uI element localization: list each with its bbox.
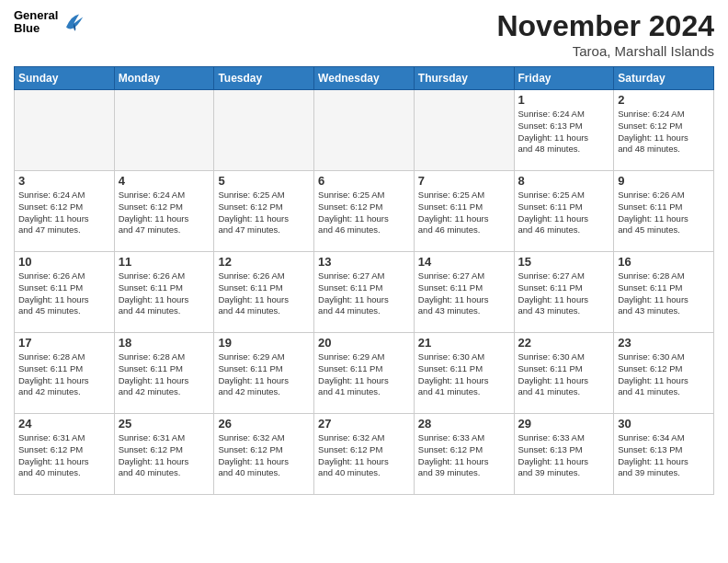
day-info: Sunrise: 6:26 AMSunset: 6:11 PMDaylight:… (218, 270, 310, 317)
header: General Blue November 2024 Taroa, Marsha… (14, 9, 714, 59)
day-number: 24 (18, 417, 110, 431)
day-number: 29 (518, 417, 610, 431)
day-number: 25 (119, 417, 210, 431)
calendar-day-cell: 25Sunrise: 6:31 AMSunset: 6:12 PMDayligh… (114, 414, 214, 495)
day-info: Sunrise: 6:31 AMSunset: 6:12 PMDaylight:… (18, 432, 110, 479)
calendar-header-row: SundayMondayTuesdayWednesdayThursdayFrid… (15, 67, 714, 90)
day-info: Sunrise: 6:26 AMSunset: 6:11 PMDaylight:… (119, 270, 210, 317)
day-info: Sunrise: 6:28 AMSunset: 6:11 PMDaylight:… (119, 351, 210, 398)
day-info: Sunrise: 6:30 AMSunset: 6:11 PMDaylight:… (518, 351, 610, 398)
day-info: Sunrise: 6:25 AMSunset: 6:12 PMDaylight:… (318, 190, 410, 236)
day-number: 26 (218, 417, 310, 431)
day-info: Sunrise: 6:28 AMSunset: 6:11 PMDaylight:… (618, 270, 710, 317)
calendar-day-cell: 13Sunrise: 6:27 AMSunset: 6:11 PMDayligh… (314, 252, 415, 333)
day-info: Sunrise: 6:33 AMSunset: 6:13 PMDaylight:… (518, 432, 610, 479)
calendar-day-cell: 12Sunrise: 6:26 AMSunset: 6:11 PMDayligh… (214, 252, 314, 333)
weekday-header: Sunday (15, 67, 115, 90)
day-number: 20 (318, 336, 410, 350)
calendar-day-cell: 19Sunrise: 6:29 AMSunset: 6:11 PMDayligh… (214, 333, 314, 414)
calendar-day-cell: 2Sunrise: 6:24 AMSunset: 6:12 PMDaylight… (614, 90, 714, 171)
calendar-day-cell: 6Sunrise: 6:25 AMSunset: 6:12 PMDaylight… (314, 171, 415, 252)
day-info: Sunrise: 6:27 AMSunset: 6:11 PMDaylight:… (418, 270, 510, 317)
day-info: Sunrise: 6:32 AMSunset: 6:12 PMDaylight:… (318, 432, 410, 479)
calendar-day-cell: 1Sunrise: 6:24 AMSunset: 6:13 PMDaylight… (514, 90, 614, 171)
logo: General Blue (14, 9, 85, 36)
day-info: Sunrise: 6:24 AMSunset: 6:13 PMDaylight:… (518, 109, 610, 155)
title-block: November 2024 Taroa, Marshall Islands (496, 9, 714, 59)
calendar-day-cell: 15Sunrise: 6:27 AMSunset: 6:11 PMDayligh… (514, 252, 614, 333)
day-number: 4 (119, 174, 210, 188)
calendar-day-cell (314, 90, 415, 171)
day-number: 19 (218, 336, 310, 350)
day-number: 10 (18, 255, 110, 269)
day-info: Sunrise: 6:25 AMSunset: 6:11 PMDaylight:… (418, 190, 510, 236)
logo-bird-icon (60, 9, 85, 35)
day-info: Sunrise: 6:24 AMSunset: 6:12 PMDaylight:… (119, 190, 210, 236)
calendar-day-cell: 11Sunrise: 6:26 AMSunset: 6:11 PMDayligh… (114, 252, 214, 333)
day-number: 17 (18, 336, 110, 350)
day-info: Sunrise: 6:27 AMSunset: 6:11 PMDaylight:… (518, 270, 610, 317)
weekday-header: Friday (514, 67, 614, 90)
day-info: Sunrise: 6:33 AMSunset: 6:12 PMDaylight:… (418, 432, 510, 479)
day-number: 6 (318, 174, 410, 188)
day-number: 18 (119, 336, 210, 350)
calendar-day-cell: 14Sunrise: 6:27 AMSunset: 6:11 PMDayligh… (414, 252, 514, 333)
logo-general: General (14, 9, 58, 22)
day-number: 28 (418, 417, 510, 431)
page: General Blue November 2024 Taroa, Marsha… (0, 0, 728, 509)
calendar-day-cell: 21Sunrise: 6:30 AMSunset: 6:11 PMDayligh… (414, 333, 514, 414)
calendar-week-row: 1Sunrise: 6:24 AMSunset: 6:13 PMDaylight… (15, 90, 714, 171)
day-number: 27 (318, 417, 410, 431)
calendar-week-row: 17Sunrise: 6:28 AMSunset: 6:11 PMDayligh… (15, 333, 714, 414)
calendar-day-cell: 18Sunrise: 6:28 AMSunset: 6:11 PMDayligh… (114, 333, 214, 414)
calendar-day-cell: 28Sunrise: 6:33 AMSunset: 6:12 PMDayligh… (414, 414, 514, 495)
calendar-day-cell: 7Sunrise: 6:25 AMSunset: 6:11 PMDaylight… (414, 171, 514, 252)
calendar-day-cell: 3Sunrise: 6:24 AMSunset: 6:12 PMDaylight… (15, 171, 115, 252)
day-number: 16 (618, 255, 710, 269)
calendar-day-cell: 26Sunrise: 6:32 AMSunset: 6:12 PMDayligh… (214, 414, 314, 495)
day-number: 21 (418, 336, 510, 350)
day-number: 13 (318, 255, 410, 269)
calendar-day-cell: 29Sunrise: 6:33 AMSunset: 6:13 PMDayligh… (514, 414, 614, 495)
day-number: 2 (618, 93, 710, 107)
day-info: Sunrise: 6:25 AMSunset: 6:11 PMDaylight:… (518, 190, 610, 236)
day-number: 12 (218, 255, 310, 269)
day-info: Sunrise: 6:27 AMSunset: 6:11 PMDaylight:… (318, 270, 410, 317)
logo-text: General Blue (14, 9, 58, 36)
calendar-day-cell: 23Sunrise: 6:30 AMSunset: 6:12 PMDayligh… (614, 333, 714, 414)
calendar-day-cell: 22Sunrise: 6:30 AMSunset: 6:11 PMDayligh… (514, 333, 614, 414)
calendar-week-row: 24Sunrise: 6:31 AMSunset: 6:12 PMDayligh… (15, 414, 714, 495)
calendar-day-cell: 27Sunrise: 6:32 AMSunset: 6:12 PMDayligh… (314, 414, 415, 495)
day-number: 30 (618, 417, 710, 431)
day-number: 5 (218, 174, 310, 188)
day-number: 1 (518, 93, 610, 107)
day-info: Sunrise: 6:26 AMSunset: 6:11 PMDaylight:… (18, 270, 110, 317)
day-info: Sunrise: 6:32 AMSunset: 6:12 PMDaylight:… (218, 432, 310, 479)
day-info: Sunrise: 6:29 AMSunset: 6:11 PMDaylight:… (218, 351, 310, 398)
calendar-week-row: 3Sunrise: 6:24 AMSunset: 6:12 PMDaylight… (15, 171, 714, 252)
day-number: 3 (18, 174, 110, 188)
weekday-header: Monday (114, 67, 214, 90)
day-number: 8 (518, 174, 610, 188)
calendar-day-cell (214, 90, 314, 171)
calendar-day-cell (114, 90, 214, 171)
weekday-header: Saturday (614, 67, 714, 90)
day-info: Sunrise: 6:28 AMSunset: 6:11 PMDaylight:… (18, 351, 110, 398)
calendar-day-cell: 30Sunrise: 6:34 AMSunset: 6:13 PMDayligh… (614, 414, 714, 495)
day-info: Sunrise: 6:29 AMSunset: 6:11 PMDaylight:… (318, 351, 410, 398)
day-number: 7 (418, 174, 510, 188)
calendar-day-cell: 4Sunrise: 6:24 AMSunset: 6:12 PMDaylight… (114, 171, 214, 252)
day-info: Sunrise: 6:24 AMSunset: 6:12 PMDaylight:… (618, 109, 710, 155)
logo-blue: Blue (14, 22, 58, 35)
calendar-day-cell (15, 90, 115, 171)
day-number: 14 (418, 255, 510, 269)
calendar-day-cell: 8Sunrise: 6:25 AMSunset: 6:11 PMDaylight… (514, 171, 614, 252)
day-number: 23 (618, 336, 710, 350)
weekday-header: Thursday (414, 67, 514, 90)
weekday-header: Wednesday (314, 67, 415, 90)
day-info: Sunrise: 6:25 AMSunset: 6:12 PMDaylight:… (218, 190, 310, 236)
day-number: 15 (518, 255, 610, 269)
day-number: 22 (518, 336, 610, 350)
calendar-day-cell: 9Sunrise: 6:26 AMSunset: 6:11 PMDaylight… (614, 171, 714, 252)
day-info: Sunrise: 6:30 AMSunset: 6:11 PMDaylight:… (418, 351, 510, 398)
